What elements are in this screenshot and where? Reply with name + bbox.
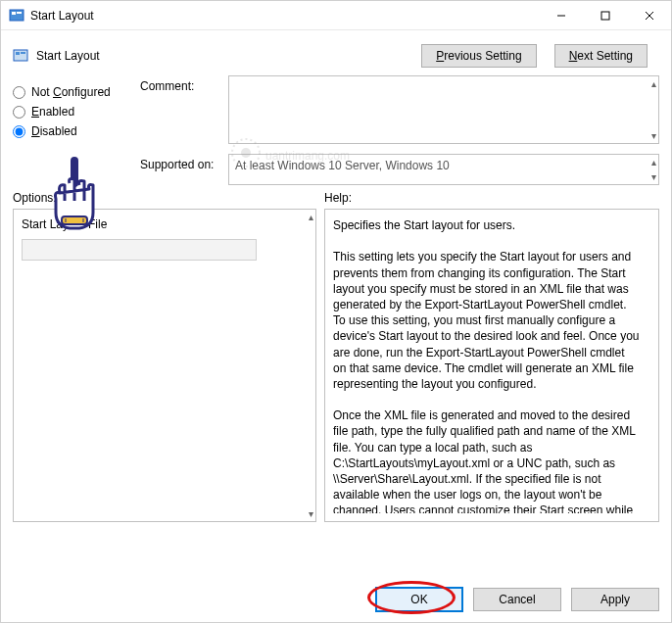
window-controls	[539, 1, 671, 29]
apply-button[interactable]: Apply	[571, 588, 659, 611]
comment-textbox[interactable]: ▴ ▾	[228, 75, 659, 144]
svg-rect-8	[16, 52, 20, 55]
chevron-up-icon: ▴	[651, 157, 656, 168]
previous-setting-button[interactable]: Previous Setting	[421, 44, 536, 68]
chevron-up-icon: ▴	[309, 212, 313, 222]
supported-row: Supported on: At least Windows 10 Server…	[1, 144, 671, 185]
prev-label: Previous Setting	[436, 49, 521, 63]
supported-text: At least Windows 10 Server, Windows 10	[235, 159, 450, 172]
minimize-button[interactable]	[539, 1, 583, 30]
radio-disabled[interactable]	[13, 125, 25, 138]
config-area: Not Configured Enabled Disabled Comment:…	[1, 68, 671, 144]
file-label: Start Layout File	[22, 217, 107, 231]
help-text: Specifies the Start layout for users. Th…	[333, 217, 650, 513]
cancel-button[interactable]: Cancel	[473, 588, 561, 611]
supported-label: Supported on:	[140, 158, 214, 171]
svg-rect-9	[21, 52, 25, 54]
setting-title: Start Layout	[36, 49, 421, 63]
app-icon	[9, 8, 24, 24]
next-setting-button[interactable]: Next Setting	[554, 44, 648, 68]
supported-value: At least Windows 10 Server, Windows 10 ▴…	[228, 154, 659, 185]
label-disabled: Disabled	[31, 124, 77, 138]
titlebar: Start Layout	[1, 1, 671, 30]
chevron-down-icon: ▾	[309, 508, 313, 519]
ok-button[interactable]: OK	[375, 587, 463, 612]
chevron-down-icon: ▾	[651, 171, 656, 182]
next-label: Next Setting	[569, 49, 633, 63]
maximize-button[interactable]	[583, 1, 627, 30]
label-enabled: Enabled	[31, 105, 74, 119]
help-panel[interactable]: Specifies the Start layout for users. Th…	[324, 209, 659, 522]
svg-rect-2	[17, 12, 22, 14]
options-panel: Start Layout File ▴ ▾	[13, 209, 316, 522]
help-label: Help:	[324, 191, 659, 205]
radio-not-configured[interactable]	[13, 86, 25, 99]
svg-rect-0	[10, 10, 24, 21]
label-not-configured: Not Configured	[31, 85, 111, 99]
svg-rect-1	[12, 12, 16, 15]
svg-rect-4	[601, 12, 609, 20]
radio-enabled[interactable]	[13, 106, 25, 119]
comment-label: Comment:	[140, 79, 194, 93]
start-layout-file-input[interactable]	[22, 239, 257, 261]
chevron-down-icon: ▾	[651, 130, 656, 141]
svg-rect-7	[14, 50, 27, 61]
window-title: Start Layout	[30, 9, 539, 23]
chevron-up-icon: ▴	[651, 78, 656, 89]
split-panels: Options: Start Layout File ▴ ▾ Help: Spe…	[1, 185, 671, 522]
footer-buttons: OK Cancel Apply	[375, 587, 659, 612]
options-label: Options:	[13, 191, 316, 205]
header-row: Start Layout Previous Setting Next Setti…	[1, 30, 671, 68]
close-button[interactable]	[627, 1, 671, 30]
setting-icon	[13, 48, 28, 64]
state-radios: Not Configured Enabled Disabled	[13, 75, 140, 144]
